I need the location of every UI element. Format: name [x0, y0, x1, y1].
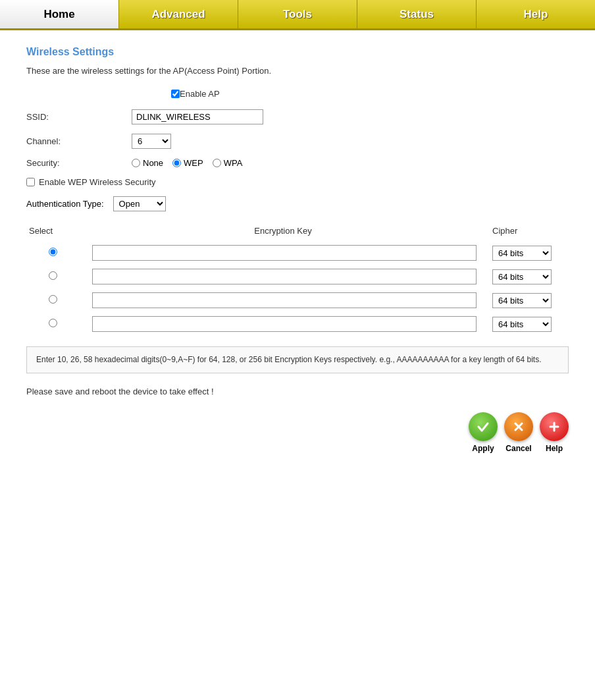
cancel-label: Cancel [505, 444, 531, 453]
channel-select[interactable]: 12345 67891011 [132, 134, 171, 149]
nav-help[interactable]: Help [477, 0, 595, 28]
enc-key-input-1[interactable] [92, 269, 477, 284]
security-none-label: None [143, 158, 163, 168]
auth-type-row: Authentication Type: Open Shared [26, 196, 569, 211]
security-wep-option[interactable]: WEP [172, 158, 203, 168]
auth-type-label: Authentication Type: [26, 199, 104, 209]
security-wep-label: WEP [184, 158, 203, 168]
col-header-key: Encryption Key [79, 223, 490, 241]
security-wep-radio[interactable] [172, 159, 181, 167]
page-description: These are the wireless settings for the … [26, 66, 569, 76]
enc-select-radio-3[interactable] [49, 319, 57, 327]
enc-select-radio-0[interactable] [49, 248, 57, 256]
table-row: 64 bits128 bits256 bits [26, 288, 569, 312]
navbar: Home Advanced Tools Status Help [0, 0, 595, 30]
cipher-select-3[interactable]: 64 bits128 bits256 bits [492, 317, 552, 332]
enable-wep-label[interactable]: Enable WEP Wireless Security [39, 177, 156, 187]
enc-key-input-0[interactable] [92, 245, 477, 261]
channel-control: 12345 67891011 [132, 134, 171, 149]
ssid-label: SSID: [26, 112, 132, 122]
cipher-select-2[interactable]: 64 bits128 bits256 bits [492, 293, 552, 308]
security-wpa-radio[interactable] [213, 159, 221, 167]
help-button[interactable]: Help [540, 412, 569, 453]
security-wpa-option[interactable]: WPA [213, 158, 243, 168]
nav-status[interactable]: Status [357, 0, 477, 28]
cancel-button[interactable]: Cancel [504, 412, 533, 453]
apply-icon [469, 412, 498, 441]
security-control: None WEP WPA [132, 158, 242, 168]
cancel-icon [504, 412, 533, 441]
enc-row-key-cell [79, 241, 490, 265]
main-content: Wireless Settings These are the wireless… [0, 30, 595, 473]
apply-label: Apply [472, 444, 494, 453]
security-none-option[interactable]: None [132, 158, 163, 168]
enc-row-key-cell [79, 288, 490, 312]
enable-ap-row: Enable AP [171, 89, 569, 99]
enc-row-select-cell [26, 288, 79, 312]
enc-row-cipher-cell: 64 bits128 bits256 bits [490, 312, 569, 336]
help-icon [540, 412, 569, 441]
action-buttons: Apply Cancel Help [26, 412, 569, 453]
help-label: Help [546, 444, 563, 453]
enc-row-cipher-cell: 64 bits128 bits256 bits [490, 265, 569, 288]
enc-row-select-cell [26, 241, 79, 265]
ssid-control [132, 109, 263, 124]
channel-row: Channel: 12345 67891011 [26, 134, 569, 149]
table-row: 64 bits128 bits256 bits [26, 265, 569, 288]
enable-ap-label[interactable]: Enable AP [180, 89, 220, 99]
security-row: Security: None WEP WPA [26, 158, 569, 168]
table-row: 64 bits128 bits256 bits [26, 241, 569, 265]
enc-row-cipher-cell: 64 bits128 bits256 bits [490, 241, 569, 265]
channel-label: Channel: [26, 136, 132, 146]
enc-key-input-3[interactable] [92, 316, 477, 332]
enable-wep-checkbox[interactable] [26, 178, 35, 186]
enc-row-key-cell [79, 312, 490, 336]
enc-select-radio-2[interactable] [49, 295, 57, 304]
apply-button[interactable]: Apply [469, 412, 498, 453]
enc-row-cipher-cell: 64 bits128 bits256 bits [490, 288, 569, 312]
cipher-select-0[interactable]: 64 bits128 bits256 bits [492, 246, 552, 261]
wep-enable-row: Enable WEP Wireless Security [26, 177, 569, 187]
enc-row-select-cell [26, 312, 79, 336]
auth-type-select[interactable]: Open Shared [113, 196, 166, 211]
nav-home[interactable]: Home [0, 0, 119, 28]
security-label: Security: [26, 158, 132, 168]
col-header-select: Select [26, 223, 79, 241]
table-row: 64 bits128 bits256 bits [26, 312, 569, 336]
hint-text: Enter 10, 26, 58 hexadecimal digits(0~9,… [26, 346, 569, 373]
enable-ap-checkbox[interactable] [171, 90, 180, 98]
reboot-notice: Please save and reboot the device to tak… [26, 387, 569, 396]
enc-row-select-cell [26, 265, 79, 288]
security-none-radio[interactable] [132, 159, 140, 167]
nav-advanced[interactable]: Advanced [119, 0, 238, 28]
ssid-input[interactable] [132, 109, 263, 124]
encryption-table: Select Encryption Key Cipher 64 bits128 … [26, 223, 569, 336]
wep-section: Enable WEP Wireless Security Authenticat… [26, 177, 569, 373]
enc-key-input-2[interactable] [92, 292, 477, 308]
page-title: Wireless Settings [26, 46, 569, 58]
security-wpa-label: WPA [224, 158, 243, 168]
nav-tools[interactable]: Tools [238, 0, 357, 28]
ssid-row: SSID: [26, 109, 569, 124]
enc-row-key-cell [79, 265, 490, 288]
cipher-select-1[interactable]: 64 bits128 bits256 bits [492, 269, 552, 284]
col-header-cipher: Cipher [490, 223, 569, 241]
enc-select-radio-1[interactable] [49, 271, 57, 280]
